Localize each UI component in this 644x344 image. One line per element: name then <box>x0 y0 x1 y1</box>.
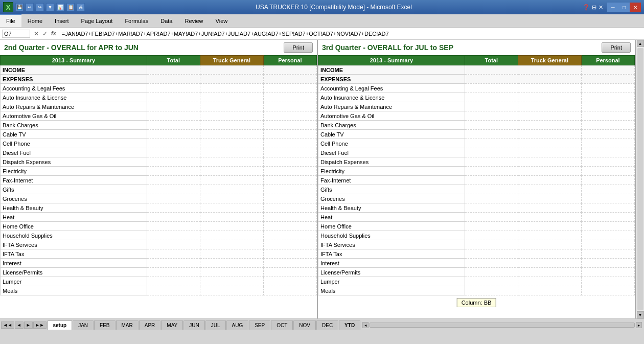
sheet-tab-mar[interactable]: MAR <box>116 320 139 330</box>
value-cell[interactable] <box>263 148 316 157</box>
sheet-tab-nov[interactable]: NOV <box>293 320 316 330</box>
value-cell[interactable] <box>518 240 581 249</box>
value-cell[interactable] <box>581 277 634 286</box>
value-cell[interactable] <box>518 157 581 167</box>
value-cell[interactable] <box>200 130 263 139</box>
quick-access-extra2[interactable]: 📋 <box>66 3 75 11</box>
value-cell[interactable] <box>581 185 634 194</box>
value-cell[interactable] <box>465 185 518 194</box>
value-cell[interactable] <box>200 286 263 295</box>
quick-access-undo[interactable]: ↩ <box>26 3 34 11</box>
value-cell[interactable] <box>581 167 634 176</box>
value-cell[interactable] <box>465 203 518 213</box>
value-cell[interactable] <box>147 231 200 240</box>
value-cell[interactable] <box>465 121 518 130</box>
value-cell[interactable] <box>147 268 200 277</box>
sheet-tab-ytd[interactable]: YTD <box>339 320 360 330</box>
sheet-tab-jul[interactable]: JUL <box>205 320 226 330</box>
maximize-button[interactable]: □ <box>618 3 630 12</box>
value-cell[interactable] <box>581 203 634 213</box>
value-cell[interactable] <box>200 194 263 203</box>
value-cell[interactable] <box>263 222 316 231</box>
value-cell[interactable] <box>465 194 518 203</box>
close-ribbon-icon[interactable]: ✕ <box>599 4 603 11</box>
value-cell[interactable] <box>581 213 634 222</box>
value-cell[interactable] <box>147 130 200 139</box>
value-cell[interactable] <box>465 102 518 111</box>
sheet-tab-jan[interactable]: JAN <box>73 320 94 330</box>
formula-cancel-btn[interactable]: ✕ <box>32 30 40 37</box>
value-cell[interactable] <box>147 286 200 295</box>
value-cell[interactable] <box>465 75 518 84</box>
value-cell[interactable] <box>147 84 200 93</box>
value-cell[interactable] <box>465 277 518 286</box>
value-cell[interactable] <box>200 268 263 277</box>
quarter-2-print-btn[interactable]: Print <box>284 42 313 53</box>
value-cell[interactable] <box>263 93 316 102</box>
quick-access-extra3[interactable]: 🖨 <box>77 3 85 11</box>
value-cell[interactable] <box>200 167 263 176</box>
value-cell[interactable] <box>581 148 634 157</box>
value-cell[interactable] <box>581 75 634 84</box>
sheet-tab-feb[interactable]: FEB <box>94 320 115 330</box>
value-cell[interactable] <box>200 84 263 93</box>
value-cell[interactable] <box>200 93 263 102</box>
value-cell[interactable] <box>200 231 263 240</box>
value-cell[interactable] <box>581 157 634 167</box>
value-cell[interactable] <box>518 93 581 102</box>
value-cell[interactable] <box>200 121 263 130</box>
value-cell[interactable] <box>263 84 316 93</box>
value-cell[interactable] <box>147 240 200 249</box>
value-cell[interactable] <box>200 139 263 148</box>
value-cell[interactable] <box>581 231 634 240</box>
value-cell[interactable] <box>518 167 581 176</box>
value-cell[interactable] <box>147 139 200 148</box>
value-cell[interactable] <box>581 194 634 203</box>
value-cell[interactable] <box>518 102 581 111</box>
quarter-3-print-btn[interactable]: Print <box>602 42 631 53</box>
value-cell[interactable] <box>581 102 634 111</box>
value-cell[interactable] <box>465 84 518 93</box>
sheet-tab-setup[interactable]: setup <box>48 320 73 330</box>
value-cell[interactable] <box>581 286 634 295</box>
value-cell[interactable] <box>465 148 518 157</box>
quick-access-redo[interactable]: ↪ <box>36 3 44 11</box>
value-cell[interactable] <box>518 121 581 130</box>
value-cell[interactable] <box>200 148 263 157</box>
value-cell[interactable] <box>518 111 581 121</box>
value-cell[interactable] <box>147 148 200 157</box>
value-cell[interactable] <box>263 111 316 121</box>
tab-formulas[interactable]: Formulas <box>119 14 154 27</box>
value-cell[interactable] <box>263 185 316 194</box>
formula-confirm-btn[interactable]: ✓ <box>41 30 49 37</box>
tab-file[interactable]: File <box>0 14 21 27</box>
value-cell[interactable] <box>518 194 581 203</box>
value-cell[interactable] <box>465 231 518 240</box>
value-cell[interactable] <box>263 203 316 213</box>
value-cell[interactable] <box>581 240 634 249</box>
formula-input[interactable] <box>60 30 642 37</box>
value-cell[interactable] <box>465 222 518 231</box>
value-cell[interactable] <box>200 277 263 286</box>
value-cell[interactable] <box>200 222 263 231</box>
value-cell[interactable] <box>147 194 200 203</box>
value-cell[interactable] <box>518 259 581 268</box>
quick-access-save[interactable]: 💾 <box>15 3 24 11</box>
value-cell[interactable] <box>147 203 200 213</box>
value-cell[interactable] <box>263 157 316 167</box>
value-cell[interactable] <box>263 102 316 111</box>
value-cell[interactable] <box>147 213 200 222</box>
tab-home[interactable]: Home <box>21 14 49 27</box>
value-cell[interactable] <box>263 240 316 249</box>
value-cell[interactable] <box>518 222 581 231</box>
minimize-button[interactable]: ─ <box>607 3 618 12</box>
value-cell[interactable] <box>263 194 316 203</box>
value-cell[interactable] <box>465 111 518 121</box>
value-cell[interactable] <box>200 157 263 167</box>
value-cell[interactable] <box>147 102 200 111</box>
value-cell[interactable] <box>518 84 581 93</box>
value-cell[interactable] <box>465 259 518 268</box>
value-cell[interactable] <box>200 65 263 75</box>
restore-icon[interactable]: ⊟ <box>592 4 596 11</box>
value-cell[interactable] <box>581 222 634 231</box>
